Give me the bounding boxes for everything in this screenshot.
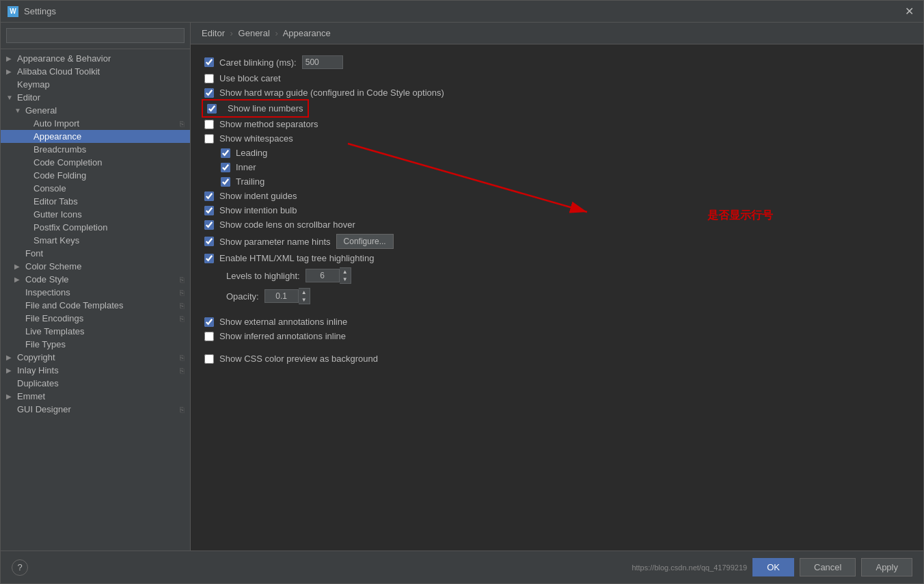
- close-button[interactable]: ✕: [902, 5, 916, 18]
- sidebar-item-emmet[interactable]: Emmet: [1, 390, 190, 403]
- settings-window: W Settings ✕ Appearance & BehaviorAlibab…: [0, 0, 924, 584]
- sidebar-label-code-folding: Code Folding: [33, 170, 86, 181]
- sidebar-item-breadcrumbs[interactable]: Breadcrumbs: [1, 143, 190, 156]
- sidebar-item-auto-import[interactable]: Auto Import⎘: [1, 117, 190, 130]
- sidebar-label-postfix-completion: Postfix Completion: [33, 222, 107, 233]
- block-caret-row: Use block caret: [204, 73, 910, 83]
- sidebar-item-inspections[interactable]: Inspections⎘: [1, 286, 190, 299]
- search-input[interactable]: [6, 28, 185, 43]
- inner-row: Inner: [204, 162, 910, 172]
- breadcrumb-general[interactable]: General: [239, 28, 270, 38]
- html-xml-checkbox[interactable]: [204, 254, 214, 263]
- levels-down-button[interactable]: ▼: [340, 276, 351, 283]
- sidebar-item-copyright[interactable]: Copyright⎘: [1, 351, 190, 364]
- hard-wrap-row: Show hard wrap guide (configured in Code…: [204, 88, 910, 98]
- intention-bulb-checkbox[interactable]: [204, 206, 214, 215]
- caret-blinking-checkbox[interactable]: [204, 57, 214, 67]
- caret-blinking-input[interactable]: [302, 55, 343, 69]
- trailing-checkbox[interactable]: [221, 177, 230, 187]
- sidebar-item-general[interactable]: General: [1, 104, 190, 117]
- sidebar-item-gutter-icons[interactable]: Gutter Icons: [1, 208, 190, 221]
- sidebar-item-appearance-behavior[interactable]: Appearance & Behavior: [1, 52, 190, 65]
- breadcrumb-appearance[interactable]: Appearance: [283, 28, 331, 38]
- sidebar-label-file-code-templates: File and Code Templates: [25, 300, 124, 310]
- opacity-spinner: ▲ ▼: [264, 288, 310, 304]
- hard-wrap-label: Show hard wrap guide (configured in Code…: [219, 88, 444, 98]
- sidebar-item-file-code-templates[interactable]: File and Code Templates⎘: [1, 299, 190, 312]
- sidebar-item-console[interactable]: Console: [1, 182, 190, 195]
- leading-label: Leading: [236, 148, 267, 158]
- opacity-input[interactable]: [264, 289, 299, 303]
- sidebar-label-breadcrumbs: Breadcrumbs: [33, 144, 86, 155]
- copy-icon-inlay-hints: ⎘: [180, 367, 185, 375]
- line-numbers-label: Show line numbers: [228, 103, 303, 114]
- sidebar-item-alibaba[interactable]: Alibaba Cloud Toolkit: [1, 65, 190, 78]
- sidebar-label-inlay-hints: Inlay Hints: [17, 365, 59, 375]
- ok-button[interactable]: OK: [752, 558, 794, 576]
- indent-guides-checkbox[interactable]: [204, 191, 214, 201]
- method-sep-checkbox[interactable]: [204, 120, 214, 129]
- sidebar-label-file-types: File Types: [25, 339, 66, 349]
- sidebar-label-font: Font: [25, 248, 43, 258]
- hard-wrap-checkbox[interactable]: [204, 88, 214, 98]
- sidebar-item-code-completion[interactable]: Code Completion: [1, 156, 190, 169]
- sidebar-label-file-encodings: File Encodings: [25, 313, 83, 323]
- sidebar-label-alibaba: Alibaba Cloud Toolkit: [17, 66, 100, 77]
- opacity-down-button[interactable]: ▼: [299, 296, 310, 304]
- help-button[interactable]: ?: [12, 559, 28, 576]
- sidebar-label-auto-import: Auto Import: [33, 118, 79, 129]
- breadcrumb-editor[interactable]: Editor: [202, 28, 225, 38]
- sidebar-item-duplicates[interactable]: Duplicates: [1, 377, 190, 390]
- external-annotations-checkbox[interactable]: [204, 317, 214, 327]
- param-hints-row: Show parameter name hints Configure...: [204, 234, 910, 249]
- inferred-annotations-checkbox[interactable]: [204, 332, 214, 341]
- opacity-up-button[interactable]: ▲: [299, 289, 310, 296]
- sidebar-item-postfix-completion[interactable]: Postfix Completion: [1, 221, 190, 234]
- sidebar-item-editor[interactable]: Editor: [1, 91, 190, 104]
- sidebar-item-inlay-hints[interactable]: Inlay Hints⎘: [1, 364, 190, 377]
- apply-button[interactable]: Apply: [861, 558, 912, 576]
- sidebar-label-emmet: Emmet: [17, 391, 45, 401]
- inner-checkbox[interactable]: [221, 163, 230, 172]
- whitespaces-checkbox[interactable]: [204, 134, 214, 144]
- arrow-emmet: [6, 393, 14, 400]
- sidebar-item-code-folding[interactable]: Code Folding: [1, 169, 190, 182]
- arrow-inlay-hints: [6, 367, 14, 374]
- sidebar-item-file-encodings[interactable]: File Encodings⎘: [1, 312, 190, 325]
- sidebar-item-editor-tabs[interactable]: Editor Tabs: [1, 195, 190, 208]
- block-caret-checkbox[interactable]: [204, 74, 214, 83]
- line-numbers-checkbox[interactable]: [207, 104, 217, 114]
- cancel-button[interactable]: Cancel: [800, 558, 856, 576]
- sidebar-item-code-style[interactable]: Code Style⎘: [1, 273, 190, 286]
- app-icon: W: [8, 6, 18, 17]
- sidebar-label-appearance-behavior: Appearance & Behavior: [17, 53, 111, 64]
- sidebar-item-gui-designer[interactable]: GUI Designer⎘: [1, 403, 190, 416]
- arrow-color-scheme: [14, 263, 23, 270]
- code-lens-label: Show code lens on scrollbar hover: [219, 220, 355, 230]
- levels-input[interactable]: [305, 269, 340, 282]
- arrow-copyright: [6, 354, 14, 361]
- whitespaces-row: Show whitespaces: [204, 133, 910, 144]
- bottom-right: https://blog.csdn.net/qq_41799219 OK Can…: [626, 558, 912, 576]
- configure-button[interactable]: Configure...: [336, 234, 394, 249]
- sidebar-item-file-types[interactable]: File Types: [1, 338, 190, 351]
- sidebar-item-keymap[interactable]: Keymap: [1, 78, 190, 91]
- sidebar-label-editor-tabs: Editor Tabs: [33, 196, 78, 207]
- sidebar-item-color-scheme[interactable]: Color Scheme: [1, 260, 190, 273]
- external-annotations-label: Show external annotations inline: [219, 317, 347, 327]
- leading-checkbox[interactable]: [221, 148, 230, 158]
- opacity-label: Opacity:: [226, 291, 259, 302]
- sidebar-item-live-templates[interactable]: Live Templates: [1, 325, 190, 338]
- code-lens-checkbox[interactable]: [204, 220, 214, 230]
- levels-up-button[interactable]: ▲: [340, 268, 351, 276]
- css-color-checkbox[interactable]: [204, 354, 214, 364]
- sidebar-label-smart-keys: Smart Keys: [33, 235, 79, 245]
- sidebar-item-font[interactable]: Font: [1, 247, 190, 260]
- sidebar-item-appearance[interactable]: Appearance: [1, 130, 190, 143]
- levels-spinner: ▲ ▼: [305, 267, 351, 284]
- inner-label: Inner: [236, 162, 256, 172]
- sidebar-item-smart-keys[interactable]: Smart Keys: [1, 234, 190, 247]
- param-hints-checkbox[interactable]: [204, 237, 214, 246]
- search-box: [1, 23, 190, 49]
- sidebar-label-color-scheme: Color Scheme: [25, 261, 81, 271]
